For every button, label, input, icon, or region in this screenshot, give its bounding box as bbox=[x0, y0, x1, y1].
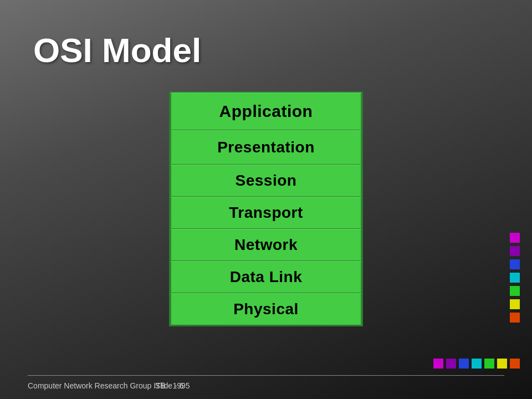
osi-layer-physical: Physical bbox=[170, 293, 362, 325]
osi-layer-presentation: Presentation bbox=[170, 130, 362, 165]
slide-container: OSI Model ApplicationPresentationSession… bbox=[0, 0, 532, 399]
bottom-square-2 bbox=[459, 359, 469, 369]
side-square-1 bbox=[510, 246, 520, 256]
side-square-2 bbox=[510, 259, 520, 269]
side-square-3 bbox=[510, 273, 520, 283]
osi-layer-network: Network bbox=[170, 229, 362, 261]
side-square-5 bbox=[510, 299, 520, 309]
bottom-square-4 bbox=[484, 359, 494, 369]
bottom-square-5 bbox=[497, 359, 507, 369]
osi-layer-data-link: Data Link bbox=[170, 261, 362, 293]
side-square-6 bbox=[510, 313, 520, 323]
slide-number: Slide - 6 bbox=[155, 381, 183, 390]
bottom-square-6 bbox=[510, 359, 520, 369]
footer-line bbox=[28, 375, 504, 376]
bottom-square-3 bbox=[472, 359, 482, 369]
osi-layer-application: Application bbox=[170, 93, 362, 130]
slide-title: OSI Model bbox=[33, 30, 201, 70]
side-square-0 bbox=[510, 233, 520, 243]
osi-layer-transport: Transport bbox=[170, 197, 362, 229]
bottom-square-1 bbox=[446, 359, 456, 369]
bottom-square-0 bbox=[433, 359, 443, 369]
osi-layer-session: Session bbox=[170, 165, 362, 197]
bottom-squares-decoration bbox=[433, 359, 520, 369]
side-squares-decoration bbox=[510, 233, 520, 323]
osi-stack: ApplicationPresentationSessionTransportN… bbox=[169, 91, 363, 326]
side-square-4 bbox=[510, 286, 520, 296]
